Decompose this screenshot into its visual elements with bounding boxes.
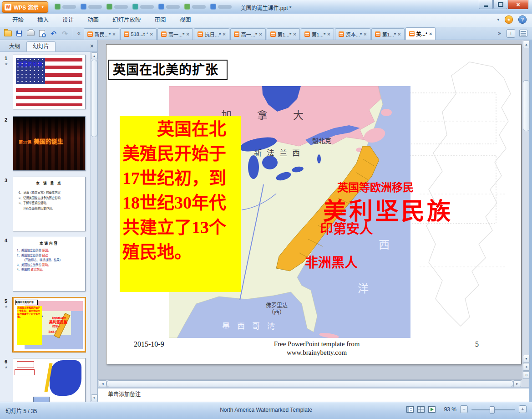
scroll-up-icon[interactable]: ▲ bbox=[523, 41, 530, 48]
menubar: 开始 插入 设计 动画 幻灯片放映 审阅 视图 bbox=[0, 14, 532, 27]
vip-icon[interactable]: ★ bbox=[505, 15, 513, 24]
horizontal-scroll-thumb[interactable] bbox=[106, 380, 513, 387]
plugin-button-2[interactable] bbox=[81, 4, 102, 10]
redo-button[interactable]: ↷ bbox=[60, 28, 70, 39]
slide-thumbnail-3[interactable]: 本 课 重 点 ·1、记诵《独立宣言》的基本内容 ·2、记诵美国独立战争的历史影… bbox=[13, 177, 86, 231]
scroll-right-icon[interactable]: ► bbox=[513, 380, 521, 387]
open-button[interactable] bbox=[3, 28, 13, 39]
doc-tab-4[interactable]: 抗日...*× bbox=[194, 28, 229, 40]
tab-close-icon[interactable]: × bbox=[223, 32, 225, 37]
save-button[interactable] bbox=[14, 28, 25, 39]
plugin-button-1[interactable] bbox=[55, 4, 76, 10]
minimize-button[interactable] bbox=[479, 0, 493, 9]
doc-tab-8[interactable]: 资本...*× bbox=[335, 28, 370, 40]
print-preview-button[interactable] bbox=[37, 28, 47, 39]
slide-thumbnail-6[interactable] bbox=[13, 358, 86, 402]
tab-slides[interactable]: 幻灯片 bbox=[26, 41, 56, 51]
notes-pane[interactable]: 单击添加备注 bbox=[98, 387, 529, 402]
doc-tab-7[interactable]: 第1...*× bbox=[301, 28, 334, 40]
tab-close-icon[interactable]: × bbox=[327, 32, 330, 37]
tab-close-icon[interactable]: × bbox=[429, 31, 432, 36]
scroll-left-icon[interactable]: ◄ bbox=[99, 380, 106, 387]
tab-close-icon[interactable]: × bbox=[364, 32, 366, 37]
slide-sorter-view-icon[interactable] bbox=[417, 406, 425, 413]
vertical-scrollbar[interactable]: ▲ ▼ « » bbox=[522, 40, 529, 379]
menu-animation[interactable]: 动画 bbox=[81, 14, 106, 27]
plugin-button-3[interactable] bbox=[106, 4, 128, 10]
menu-slideshow[interactable]: 幻灯片放映 bbox=[106, 14, 148, 27]
doc-tab-label: 518...t * bbox=[131, 31, 148, 37]
doc-tab-6[interactable]: 第1...*× bbox=[267, 28, 300, 40]
scroll-down-icon[interactable]: ▼ bbox=[523, 355, 530, 363]
undo-button[interactable]: ↶ bbox=[48, 28, 59, 39]
tab-close-icon[interactable]: × bbox=[150, 32, 153, 37]
plugin-label-1 bbox=[62, 5, 76, 9]
wps-menu-button[interactable]: W WPS 演示 ▾ bbox=[2, 1, 48, 13]
menu-review[interactable]: 审阅 bbox=[148, 14, 173, 27]
close-button[interactable]: × bbox=[508, 0, 528, 9]
tab-list-icon[interactable] bbox=[519, 30, 527, 37]
scroll-down-icon[interactable]: ▼ bbox=[91, 394, 97, 401]
tab-close-icon[interactable]: × bbox=[398, 32, 400, 37]
maximize-button[interactable] bbox=[493, 0, 507, 9]
previous-slide-button[interactable]: « bbox=[523, 363, 530, 371]
vertical-scroll-thumb[interactable] bbox=[523, 80, 530, 131]
thumb2-title: 美国的诞生 bbox=[34, 138, 63, 145]
tabs-scroll-right-icon[interactable]: » bbox=[497, 30, 502, 36]
menu-design[interactable]: 设计 bbox=[56, 14, 81, 27]
doc-tab-label: 第1...* bbox=[312, 31, 326, 38]
next-slide-button[interactable]: » bbox=[523, 371, 530, 379]
normal-view-icon[interactable] bbox=[406, 406, 414, 413]
menu-insert[interactable]: 插入 bbox=[30, 14, 56, 27]
tabs-scroll-left-icon[interactable]: « bbox=[76, 30, 82, 36]
doc-tab-9[interactable]: 第1...*× bbox=[371, 28, 405, 40]
yellow-textbox[interactable]: 英国在北美殖民开始于17世纪初，到18世纪30年代共建立了13个殖民地。 bbox=[120, 116, 241, 292]
horizontal-scrollbar[interactable]: ◄ ► bbox=[98, 379, 522, 387]
mini-yellow-textbox: 英国在北美殖民开始于17世纪初，到18世纪30年代共建立了13个殖民地。 bbox=[17, 306, 42, 345]
tab-close-icon[interactable]: × bbox=[112, 32, 115, 37]
menu-home[interactable]: 开始 bbox=[5, 14, 30, 27]
slides-panel: 大纲 幻灯片 × 1 ★ 美国的印象 2 第12课美国的诞生 3 本 课 重 点… bbox=[0, 40, 98, 402]
thumb-number-2: 2 bbox=[5, 117, 7, 123]
slide-thumbnail-5-selected[interactable]: 英国在北美的扩张 英国在北美殖民开始于17世纪初，到18世纪30年代共建立了13… bbox=[13, 297, 86, 352]
menu-view[interactable]: 视图 bbox=[173, 14, 198, 27]
thumb4-text: 4、美国的 bbox=[17, 268, 30, 271]
zoom-slider[interactable] bbox=[471, 406, 515, 413]
tab-close-icon[interactable]: × bbox=[293, 32, 296, 37]
tab-outline[interactable]: 大纲 bbox=[3, 41, 26, 51]
doc-tab-5[interactable]: 高一...*× bbox=[230, 28, 266, 40]
doc-tab-2[interactable]: 518...t *× bbox=[120, 28, 157, 40]
thumb-number-4: 4 bbox=[5, 238, 7, 243]
tab-close-icon[interactable]: × bbox=[186, 32, 189, 37]
slide-thumbnail-1[interactable]: 美国的印象 bbox=[13, 55, 86, 109]
new-tab-button[interactable]: + bbox=[507, 29, 515, 38]
doc-tab-3[interactable]: 高一...*× bbox=[157, 28, 193, 40]
doc-tab-1[interactable]: 新民...*× bbox=[84, 28, 119, 40]
mini-slide-title: 英国在北美的扩张 bbox=[15, 300, 38, 305]
slide-canvas[interactable]: 加拿大 魁北克 新法兰西 阿巴拉契亚 佛罗里达 （西） 墨西哥湾 西 洋 英国在… bbox=[106, 44, 522, 364]
zoom-in-button[interactable]: + bbox=[519, 405, 527, 413]
doc-tab-10-active[interactable]: 美...*× bbox=[405, 27, 436, 40]
doc-tab-label: 抗日...* bbox=[205, 31, 221, 38]
plugin-icon-1 bbox=[55, 4, 61, 10]
tab-close-icon[interactable]: × bbox=[259, 32, 262, 37]
scroll-up-icon[interactable]: ▲ bbox=[91, 52, 97, 59]
panel-scrollbar[interactable]: ▲ ▼ bbox=[90, 52, 97, 402]
close-icon: × bbox=[516, 1, 520, 8]
notes-placeholder[interactable]: 单击添加备注 bbox=[98, 388, 529, 401]
slide-thumbnail-2[interactable]: 第12课美国的诞生 bbox=[13, 116, 86, 171]
overlay-indians[interactable]: 印第安人 bbox=[320, 218, 373, 237]
slide-thumbnail-4[interactable]: 本课内容 1、美国独立战争的 原因。 2、美国独立战争的 经过 （开始标志、转折… bbox=[13, 237, 86, 291]
ribbon-toggle-icon[interactable]: ▾ bbox=[497, 17, 499, 22]
footer-template-line2: www.brainybetty.com bbox=[256, 348, 378, 357]
panel-scroll-thumb[interactable] bbox=[91, 60, 97, 137]
print-button[interactable] bbox=[25, 28, 36, 39]
overlay-africans[interactable]: 非洲黑人 bbox=[305, 252, 358, 271]
zoom-out-button[interactable]: − bbox=[460, 405, 468, 413]
zoom-slider-thumb[interactable] bbox=[490, 406, 495, 414]
panel-close-button[interactable]: × bbox=[90, 43, 94, 49]
slide-title-box[interactable]: 英国在北美的扩张 bbox=[108, 60, 228, 80]
slideshow-view-icon[interactable] bbox=[428, 406, 436, 413]
help-icon[interactable]: ? bbox=[518, 15, 527, 24]
mini-nation: 美利坚民族 bbox=[49, 319, 67, 324]
